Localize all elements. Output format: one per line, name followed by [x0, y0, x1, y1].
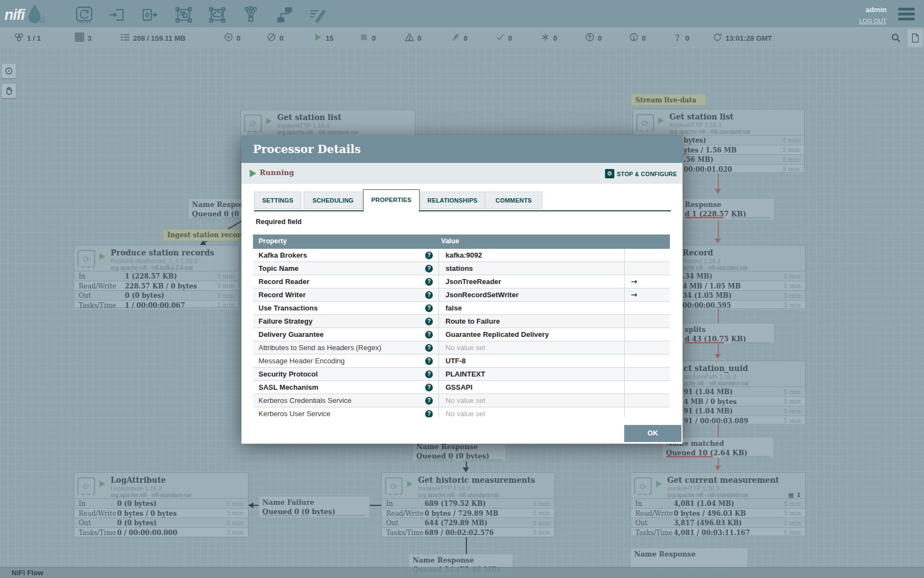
birdseye-icon [4, 67, 13, 75]
help-icon[interactable]: ? [425, 252, 433, 259]
property-value-cell: No value set [439, 407, 625, 417]
processor-type: InvokeHTTP 1.16.3 [277, 122, 329, 129]
property-value-cell: JsonRecordSetWriter [439, 288, 625, 301]
search-icon[interactable] [891, 33, 901, 43]
breadcrumb[interactable]: NiFi Flow [12, 569, 43, 577]
stop-and-configure-button[interactable]: ⚙ STOP & CONFIGURE [605, 169, 677, 178]
status-count-value: 208 / 159.11 MB [133, 34, 185, 42]
gear-icon: ⚙ [605, 169, 614, 178]
stat-label: In [635, 500, 642, 508]
ok-button[interactable]: OK [624, 425, 681, 442]
help-icon[interactable]: ? [425, 370, 433, 378]
conn-response-bottom-right[interactable]: Name Response [630, 548, 748, 570]
tab-comments[interactable]: COMMENTS [485, 192, 542, 209]
help-icon[interactable]: ? [425, 384, 433, 391]
conn-failure[interactable]: Name FailureQueued 0 (0 bytes) [258, 496, 370, 518]
queue-bar-right [318, 515, 365, 516]
status-count-value: 0 [642, 34, 646, 42]
property-name-cell: Record Writer? [253, 288, 439, 301]
property-name-cell: SASL Mechanism? [253, 381, 439, 394]
processor-name: ct station_uuid [684, 364, 748, 373]
palette-template-icon[interactable] [276, 6, 293, 24]
help-icon[interactable]: ? [425, 410, 433, 417]
tab-properties[interactable]: PROPERTIES [363, 189, 420, 212]
stat-window: 5 min [217, 292, 234, 299]
palette-process-group-icon[interactable] [175, 6, 193, 24]
produce-station-records[interactable]: ⟳Produce station recordsPublishKafkaReco… [74, 245, 239, 308]
connection-line [466, 537, 467, 554]
stat-window: 5 min [783, 302, 801, 309]
stat-label: Tasks/Time [635, 529, 673, 537]
canvas-label-stream-live-data[interactable]: Stream live-data [631, 94, 706, 106]
queue-bar-right [722, 456, 769, 457]
tab-settings[interactable]: SETTINGS [254, 192, 301, 209]
nifi-logo: nifi [4, 3, 46, 25]
stat-value: 0 bytes / 729.89 MB [425, 510, 498, 517]
stat-label: Read/Write [79, 510, 116, 517]
status-count-value: 0 [417, 34, 421, 42]
processor-bundle: org.apache.nifi - nifi-kafka-2-6-nar [111, 265, 193, 271]
property-extra-cell [625, 381, 670, 394]
palette-output-port-icon[interactable] [141, 6, 159, 24]
stat-value: ytes / 1.56 MB [684, 146, 736, 154]
stat-window: 5 min [226, 510, 244, 517]
help-icon[interactable]: ? [425, 291, 433, 299]
help-icon[interactable]: ? [425, 278, 433, 286]
birdseye-toggle-button[interactable] [2, 64, 16, 78]
logout-link[interactable]: LOG OUT [859, 18, 887, 24]
property-row: Topic Name?stations [253, 262, 670, 275]
help-icon[interactable]: ? [425, 344, 433, 352]
help-icon[interactable]: ? [425, 318, 433, 325]
palette-funnel-icon[interactable] [242, 6, 260, 24]
go-to-service-icon[interactable]: → [631, 290, 637, 299]
help-icon[interactable]: ? [425, 357, 433, 365]
stat-window: 5 min [783, 282, 801, 290]
stat-value: 91 / 00:00:03.089 [684, 417, 749, 425]
processor-icon: ⟳ [385, 477, 403, 495]
palette-remote-process-group-icon[interactable] [208, 6, 226, 24]
stat-value: .34 MB) [683, 272, 712, 280]
canvas-label-ingest-station-records[interactable]: Ingest station records [163, 229, 239, 241]
get-historic-measurements[interactable]: ⟳Get historic measurementsInvokeHTTP 1.1… [381, 472, 555, 537]
tab-scheduling[interactable]: SCHEDULING [304, 192, 362, 209]
processor-stat-row: Tasks/Time0 / 00:00:00.0005 min [74, 527, 248, 537]
help-icon[interactable]: ? [425, 265, 433, 272]
refresh-icon[interactable] [713, 32, 722, 44]
conn-splits[interactable]: splitsd 43 (10.75 KB) [681, 323, 774, 344]
help-icon[interactable]: ? [425, 304, 433, 312]
property-value: JsonRecordSetWriter [446, 291, 519, 299]
global-menu-icon[interactable] [898, 8, 915, 21]
processor-icon: ⟳ [634, 477, 652, 495]
status-count-value: 0 [685, 34, 689, 42]
property-extra-cell [625, 407, 670, 417]
stat-value: 34 (1.05 MB) [683, 292, 732, 299]
property-name-cell: Kerberos User Service? [253, 407, 439, 417]
go-to-service-icon[interactable]: → [631, 277, 637, 286]
pan-tool-button[interactable] [2, 84, 16, 98]
help-icon[interactable]: ? [425, 397, 433, 405]
log-attribute[interactable]: ⟳LogAttributeLogAttribute 1.16.3org.apac… [74, 472, 249, 537]
connection-line [718, 458, 719, 466]
tab-relationships[interactable]: RELATIONSHIPS [420, 192, 485, 209]
required-field-note: Required field [256, 218, 301, 226]
processor-name: Get historic measurements [418, 476, 535, 484]
stat-value: bytes) [684, 137, 706, 144]
stat-value: 4 MB / 0 bytes [684, 398, 737, 406]
processor-icon: ⟳ [78, 477, 95, 495]
status-refresh[interactable]: 13:01:28 GMT [713, 28, 772, 48]
palette-processor-icon[interactable] [75, 6, 93, 24]
property-value: Route to Failure [446, 317, 500, 325]
queue-bar-left [666, 456, 713, 457]
palette-input-port-icon[interactable] [108, 6, 125, 24]
conn-response-topleft[interactable]: Name ResponseQueued 0 (0 bytes) [188, 198, 250, 219]
cluster-icon [14, 32, 24, 44]
processor-type: ateJsonPath 1.16.3 [684, 373, 736, 380]
bulletin-panel-button[interactable] [908, 29, 923, 47]
conn-response-right[interactable]: Responsed 1 (228.57 KB) [681, 198, 774, 220]
get-current-measurement[interactable]: ⟳Get current measurementInvokeHTTP 1.16.… [630, 472, 806, 536]
connection-line [718, 308, 719, 323]
help-icon[interactable]: ? [425, 331, 433, 339]
stat-value: 1 / 00:00:00.067 [125, 302, 185, 309]
property-value-cell: Route to Failure [439, 315, 625, 328]
palette-label-icon[interactable] [309, 6, 326, 24]
